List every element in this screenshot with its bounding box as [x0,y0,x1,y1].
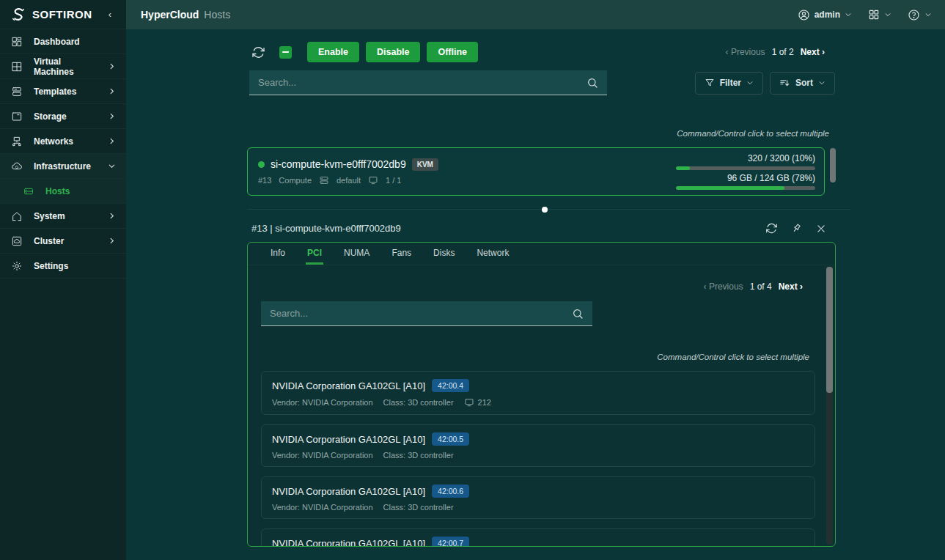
tab-fans[interactable]: Fans [390,243,413,265]
apps-grid-icon [868,9,880,21]
sidebar-collapse-icon[interactable]: ‹ [109,9,116,20]
pci-device-name: NVIDIA Corporation GA102GL [A10] [272,434,425,445]
tab-info[interactable]: Info [269,243,287,265]
previous-page-button[interactable]: ‹ Previous [704,281,743,292]
pci-device-card[interactable]: NVIDIA Corporation GA102GL [A10] 42:00.4… [261,371,815,415]
close-icon[interactable] [816,224,826,234]
search-icon[interactable] [572,308,584,320]
refresh-hosts-icon[interactable] [251,45,265,59]
pci-device-name: NVIDIA Corporation GA102GL [A10] [272,380,425,391]
sidebar-item-networks[interactable]: Networks [0,129,126,154]
dashboard-icon [10,36,23,48]
cpu-usage-bar [676,166,815,170]
chevron-down-icon [884,11,891,18]
page-indicator: 1 of 4 [750,281,772,292]
chevron-down-icon [845,11,852,18]
pci-vm-usage: 212 [464,397,491,408]
user-menu[interactable]: admin [798,9,852,21]
host-role: Compute [279,176,312,185]
sidebar-item-storage[interactable]: Storage [0,104,126,129]
sidebar-item-settings[interactable]: Settings [0,254,126,279]
carousel-track [247,209,850,210]
chevron-down-icon [108,162,116,170]
refresh-detail-icon[interactable] [765,222,778,235]
detail-scrollbar[interactable] [826,267,833,545]
disable-button[interactable]: Disable [366,42,420,62]
tab-pci[interactable]: PCI [306,243,323,265]
pin-icon[interactable] [791,223,803,235]
sort-button[interactable]: Sort [770,72,835,95]
sidebar-item-infrastructure[interactable]: Infrastructure [0,154,126,179]
memory-usage-bar [676,186,815,190]
apps-menu[interactable] [868,9,891,21]
chevron-down-icon [818,79,826,86]
carousel-page-dot[interactable] [542,207,548,213]
hosts-search [249,70,607,95]
select-all-checkbox[interactable] [279,46,292,59]
host-name: si-compute-kvm-e0fff7002db9 [271,158,406,170]
next-page-button[interactable]: Next › [801,47,825,57]
pci-device-name: NVIDIA Corporation GA102GL [A10] [272,538,425,547]
sidebar: SOFTIRON ‹ Dashboard Virtual Machines Te… [0,0,126,560]
detail-scrollbar-thumb[interactable] [826,267,833,393]
pci-address-badge: 42:00.7 [432,537,469,546]
host-cluster: default [337,176,361,185]
help-menu[interactable] [908,9,932,21]
hosts-search-input[interactable] [258,77,587,88]
offline-button[interactable]: Offline [427,42,478,62]
sort-lines-icon [779,78,790,89]
tab-network[interactable]: Network [475,243,510,265]
memory-usage-label: 96 GB / 124 GB (78%) [727,173,815,183]
previous-page-button[interactable]: ‹ Previous [726,47,765,57]
sidebar-item-system[interactable]: System [0,204,126,229]
sidebar-item-dashboard[interactable]: Dashboard [0,29,126,54]
pci-search-input[interactable] [270,308,572,319]
pci-device-card[interactable]: NVIDIA Corporation GA102GL [A10] 42:00.7… [261,528,815,546]
pci-class: Class: 3D controller [383,503,454,512]
host-status-dot [258,161,265,168]
host-list-scrollbar[interactable] [830,148,836,183]
pci-vendor: Vendor: NVIDIA Corporation [272,451,373,460]
user-name: admin [815,10,840,20]
system-icon [10,210,23,222]
pci-vendor: Vendor: NVIDIA Corporation [272,398,373,407]
search-icon[interactable] [587,77,598,89]
host-detail-panel: InfoPCINUMAFansDisksNetwork ‹ Previous 1… [247,242,836,547]
storage-icon [10,111,23,122]
vm-monitor-icon [368,175,378,185]
pci-vm-count: 212 [478,398,491,407]
pci-device-card[interactable]: NVIDIA Corporation GA102GL [A10] 42:00.6… [261,476,815,519]
tab-numa[interactable]: NUMA [342,243,371,265]
pci-device-card[interactable]: NVIDIA Corporation GA102GL [A10] 42:00.5… [261,424,815,467]
topbar: HyperCloud Hosts admin [126,0,945,29]
pci-device-list: NVIDIA Corporation GA102GL [A10] 42:00.4… [248,371,835,546]
tab-disks[interactable]: Disks [432,243,456,265]
pci-search [261,301,592,326]
help-icon [908,9,920,21]
filter-funnel-icon [705,78,715,88]
sidebar-item-hosts[interactable]: Hosts [0,179,126,204]
pci-pagination: ‹ Previous 1 of 4 Next › [248,281,803,292]
pci-device-name: NVIDIA Corporation GA102GL [A10] [272,486,425,497]
virtual-machines-icon [10,61,23,73]
hosts-pagination: ‹ Previous 1 of 2 Next › [726,47,825,57]
enable-button[interactable]: Enable [307,42,359,62]
host-id: #13 [258,176,271,185]
pci-class: Class: 3D controller [383,398,454,407]
chevron-down-icon [746,79,754,86]
chevron-right-icon [108,87,116,95]
pci-address-badge: 42:00.5 [432,432,469,446]
chevron-right-icon [108,62,116,70]
sidebar-item-virtual-machines[interactable]: Virtual Machines [0,54,126,79]
cluster-icon [10,235,23,247]
filter-button[interactable]: Filter [695,72,763,95]
next-page-button[interactable]: Next › [779,281,803,292]
pci-vendor: Vendor: NVIDIA Corporation [272,503,373,512]
sidebar-menu: Dashboard Virtual Machines Templates Sto… [0,29,126,279]
sidebar-item-templates[interactable]: Templates [0,79,126,104]
sidebar-item-cluster[interactable]: Cluster [0,229,126,254]
host-card[interactable]: si-compute-kvm-e0fff7002db9 KVM #13 Comp… [247,147,825,196]
app-title: HyperCloud [141,9,199,21]
chevron-right-icon [108,237,116,245]
user-icon [798,9,810,21]
